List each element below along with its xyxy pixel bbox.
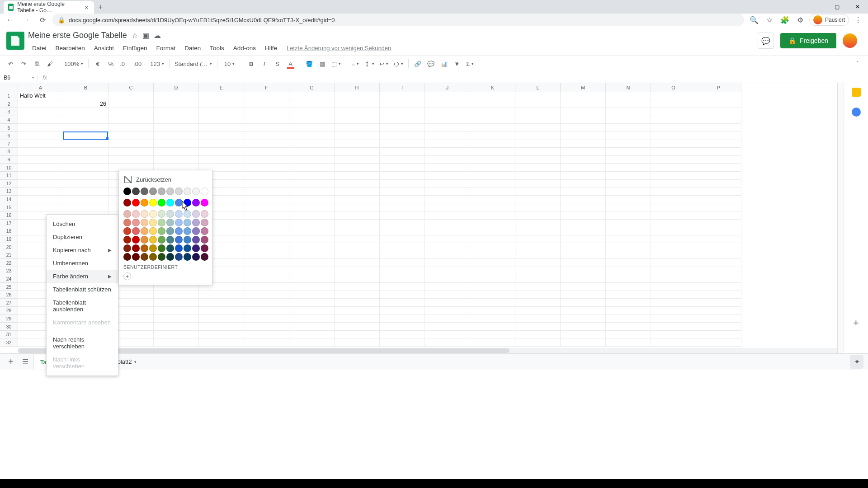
cell-P6[interactable] [696, 132, 741, 140]
color-swatch[interactable] [184, 253, 191, 261]
cell-P31[interactable] [696, 331, 741, 339]
cell-K28[interactable] [470, 307, 515, 315]
cell-J13[interactable] [425, 188, 470, 196]
cell-I27[interactable] [380, 299, 425, 307]
cell-M22[interactable] [561, 259, 606, 267]
color-swatch[interactable] [175, 253, 183, 261]
cell-K26[interactable] [470, 291, 515, 299]
cell-A6[interactable] [18, 132, 63, 140]
cell-L20[interactable] [515, 243, 561, 251]
move-icon[interactable]: ▣ [142, 31, 149, 40]
cell-L8[interactable] [515, 148, 561, 156]
row-header-14[interactable]: 14 [0, 196, 18, 204]
cell-G12[interactable] [289, 180, 335, 188]
color-swatch[interactable] [201, 227, 208, 235]
cell-O4[interactable] [651, 116, 696, 124]
cell-P1[interactable] [696, 92, 741, 100]
cell-H10[interactable] [335, 164, 380, 172]
cell-D27[interactable] [154, 299, 199, 307]
cell-P10[interactable] [696, 164, 741, 172]
cell-G4[interactable] [289, 116, 335, 124]
cell-K18[interactable] [470, 227, 515, 235]
cell-A15[interactable] [18, 203, 63, 211]
cell-L1[interactable] [515, 92, 561, 100]
cell-A9[interactable] [18, 156, 63, 164]
cell-I21[interactable] [380, 251, 425, 259]
color-swatch[interactable] [166, 227, 174, 235]
doc-title[interactable]: Meine erste Google Tabelle [28, 31, 127, 40]
cell-M4[interactable] [561, 116, 606, 124]
tasks-icon[interactable] [852, 108, 861, 117]
cell-H29[interactable] [335, 315, 380, 323]
cell-L7[interactable] [515, 140, 561, 148]
cell-D6[interactable] [154, 132, 199, 140]
cell-F31[interactable] [244, 331, 289, 339]
ctx-tabellenblatt-ausblenden[interactable]: Tabellenblatt ausblenden [47, 296, 118, 316]
cell-N29[interactable] [606, 315, 651, 323]
cell-H17[interactable] [335, 220, 380, 228]
color-swatch[interactable] [184, 188, 191, 195]
fill-color-button[interactable]: 🪣 [303, 58, 315, 70]
cell-I22[interactable] [380, 259, 425, 267]
cell-K24[interactable] [470, 275, 515, 283]
cell-N7[interactable] [606, 140, 651, 148]
cell-G5[interactable] [289, 124, 335, 132]
cell-L27[interactable] [515, 299, 561, 307]
cell-H27[interactable] [335, 299, 380, 307]
cell-I7[interactable] [380, 140, 425, 148]
cell-N24[interactable] [606, 275, 651, 283]
color-swatch[interactable] [132, 188, 140, 195]
name-box[interactable]: B6 [0, 75, 38, 81]
cell-I1[interactable] [380, 92, 425, 100]
cell-P22[interactable] [696, 259, 741, 267]
cell-N9[interactable] [606, 156, 651, 164]
cell-I2[interactable] [380, 100, 425, 108]
cell-D29[interactable] [154, 315, 199, 323]
keep-icon[interactable] [852, 88, 861, 97]
cell-H28[interactable] [335, 307, 380, 315]
cell-M27[interactable] [561, 299, 606, 307]
cell-P29[interactable] [696, 315, 741, 323]
cell-K1[interactable] [470, 92, 515, 100]
side-panel-add[interactable]: + [853, 317, 859, 329]
cell-P12[interactable] [696, 180, 741, 188]
cell-N27[interactable] [606, 299, 651, 307]
cell-P32[interactable] [696, 338, 741, 347]
row-header-16[interactable]: 16 [0, 211, 18, 220]
row-header-27[interactable]: 27 [0, 299, 18, 307]
cell-A14[interactable] [18, 196, 63, 204]
cell-E30[interactable] [199, 323, 244, 331]
cell-N25[interactable] [606, 283, 651, 291]
cell-F9[interactable] [244, 156, 289, 164]
cell-M26[interactable] [561, 291, 606, 299]
cell-M20[interactable] [561, 243, 606, 251]
row-header-1[interactable]: 1 [0, 92, 18, 100]
cell-L24[interactable] [515, 275, 561, 283]
cell-H2[interactable] [335, 100, 380, 108]
cell-I18[interactable] [380, 227, 425, 235]
cell-K19[interactable] [470, 235, 515, 244]
cell-A11[interactable] [18, 172, 63, 180]
cell-B10[interactable] [63, 164, 108, 172]
format-percent[interactable]: % [105, 58, 117, 70]
cell-K22[interactable] [470, 259, 515, 267]
cell-N10[interactable] [606, 164, 651, 172]
cell-N4[interactable] [606, 116, 651, 124]
cell-J7[interactable] [425, 140, 470, 148]
cell-G13[interactable] [289, 188, 335, 196]
color-swatch[interactable] [201, 236, 208, 244]
cell-D32[interactable] [154, 338, 199, 347]
cell-E4[interactable] [199, 116, 244, 124]
cell-L2[interactable] [515, 100, 561, 108]
cell-N15[interactable] [606, 203, 651, 211]
cell-K23[interactable] [470, 267, 515, 275]
cell-J23[interactable] [425, 267, 470, 275]
cell-K27[interactable] [470, 299, 515, 307]
cell-K12[interactable] [470, 180, 515, 188]
cell-O22[interactable] [651, 259, 696, 267]
cell-C1[interactable] [108, 92, 154, 100]
cell-L30[interactable] [515, 323, 561, 331]
color-swatch[interactable] [149, 244, 157, 252]
cell-M16[interactable] [561, 211, 606, 220]
cell-A13[interactable] [18, 188, 63, 196]
